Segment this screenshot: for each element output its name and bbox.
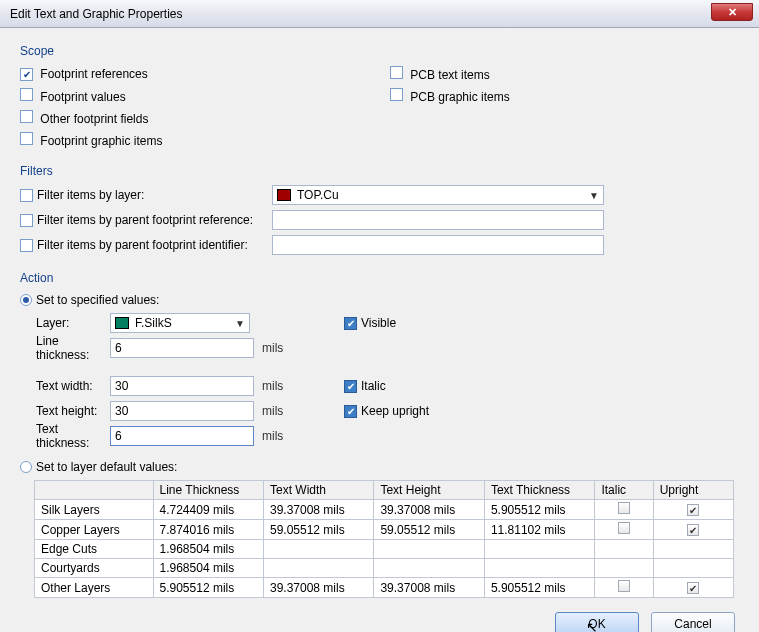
table-row: Silk Layers4.724409 mils39.37008 mils39.… (35, 500, 734, 520)
table-cell (653, 540, 733, 559)
th-italic: Italic (595, 481, 653, 500)
scope-heading: Scope (20, 44, 739, 58)
table-cell (653, 559, 733, 578)
text-width-unit: mils (254, 379, 344, 393)
layer-swatch-icon (115, 317, 129, 329)
table-row: Other Layers5.905512 mils39.37008 mils39… (35, 578, 734, 598)
filter-by-layer-label: Filter items by layer: (37, 188, 144, 202)
text-width-input[interactable] (110, 376, 254, 396)
table-cell: 11.81102 mils (484, 520, 594, 540)
footprint-references-checkbox[interactable] (20, 68, 33, 81)
upright-cell-checkbox[interactable] (687, 524, 699, 536)
cancel-label: Cancel (674, 617, 711, 631)
line-thickness-unit: mils (254, 341, 344, 355)
keep-upright-label: Keep upright (361, 404, 429, 418)
table-cell: 1.968504 mils (153, 540, 263, 559)
table-cell: Courtyards (35, 559, 154, 578)
pcb-text-items-label: PCB text items (410, 68, 489, 82)
chevron-down-icon: ▼ (589, 190, 599, 201)
italic-label: Italic (361, 379, 386, 393)
table-cell (653, 578, 733, 598)
line-thickness-input[interactable] (110, 338, 254, 358)
text-thickness-unit: mils (254, 429, 344, 443)
filter-parent-id-input[interactable] (272, 235, 604, 255)
filter-by-parent-ref-label: Filter items by parent footprint referen… (37, 213, 253, 227)
table-cell: Edge Cuts (35, 540, 154, 559)
table-cell: 39.37008 mils (263, 578, 373, 598)
table-cell (484, 540, 594, 559)
pcb-text-items-checkbox[interactable] (390, 66, 403, 79)
ok-label: OK (588, 617, 605, 631)
table-cell: 5.905512 mils (484, 500, 594, 520)
keep-upright-checkbox[interactable] (344, 405, 357, 418)
ok-button[interactable]: OK ↖ (555, 612, 639, 632)
table-cell (484, 559, 594, 578)
footprint-values-checkbox[interactable] (20, 88, 33, 101)
pcb-graphic-items-checkbox[interactable] (390, 88, 403, 101)
table-cell: 39.37008 mils (374, 578, 484, 598)
footprint-values-label: Footprint values (40, 90, 125, 104)
table-cell (595, 578, 653, 598)
table-cell: 39.37008 mils (263, 500, 373, 520)
filter-layer-value: TOP.Cu (297, 188, 339, 202)
filter-by-layer-checkbox[interactable] (20, 189, 33, 202)
table-cell (595, 540, 653, 559)
italic-cell-checkbox[interactable] (618, 522, 630, 534)
filter-by-parent-ref-checkbox[interactable] (20, 214, 33, 227)
action-heading: Action (20, 271, 739, 285)
table-cell (595, 559, 653, 578)
table-cell (653, 520, 733, 540)
upright-cell-checkbox[interactable] (687, 582, 699, 594)
table-cell: Copper Layers (35, 520, 154, 540)
table-cell (374, 559, 484, 578)
th-text-height: Text Height (374, 481, 484, 500)
th-upright: Upright (653, 481, 733, 500)
table-cell (653, 500, 733, 520)
line-thickness-label: Line thickness: (20, 334, 110, 362)
table-cell: 4.724409 mils (153, 500, 263, 520)
other-footprint-fields-label: Other footprint fields (40, 112, 148, 126)
upright-cell-checkbox[interactable] (687, 504, 699, 516)
text-width-label: Text width: (20, 379, 110, 393)
th-text-thickness: Text Thickness (484, 481, 594, 500)
th-row (35, 481, 154, 500)
table-cell (374, 540, 484, 559)
table-row: Edge Cuts1.968504 mils (35, 540, 734, 559)
layer-value: F.SilkS (135, 316, 172, 330)
set-specified-radio[interactable] (20, 294, 32, 306)
visible-label: Visible (361, 316, 396, 330)
table-cell: 7.874016 mils (153, 520, 263, 540)
footprint-references-label: Footprint references (40, 67, 147, 81)
pcb-graphic-items-label: PCB graphic items (410, 90, 509, 104)
table-cell: 59.05512 mils (263, 520, 373, 540)
text-thickness-input[interactable] (110, 426, 254, 446)
titlebar: Edit Text and Graphic Properties ✕ (0, 0, 759, 28)
italic-cell-checkbox[interactable] (618, 502, 630, 514)
text-height-input[interactable] (110, 401, 254, 421)
filter-by-parent-id-checkbox[interactable] (20, 239, 33, 252)
cancel-button[interactable]: Cancel (651, 612, 735, 632)
table-cell: 5.905512 mils (484, 578, 594, 598)
th-text-width: Text Width (263, 481, 373, 500)
filters-heading: Filters (20, 164, 739, 178)
table-cell: 59.05512 mils (374, 520, 484, 540)
italic-cell-checkbox[interactable] (618, 580, 630, 592)
text-height-unit: mils (254, 404, 344, 418)
filter-parent-ref-input[interactable] (272, 210, 604, 230)
footprint-graphic-items-checkbox[interactable] (20, 132, 33, 145)
set-defaults-radio[interactable] (20, 461, 32, 473)
other-footprint-fields-checkbox[interactable] (20, 110, 33, 123)
close-button[interactable]: ✕ (711, 3, 753, 21)
text-thickness-label: Text thickness: (20, 422, 110, 450)
table-cell: 5.905512 mils (153, 578, 263, 598)
th-line-thickness: Line Thickness (153, 481, 263, 500)
visible-checkbox[interactable] (344, 317, 357, 330)
text-height-label: Text height: (20, 404, 110, 418)
italic-checkbox[interactable] (344, 380, 357, 393)
table-cell: 39.37008 mils (374, 500, 484, 520)
window-title: Edit Text and Graphic Properties (10, 7, 183, 21)
table-cell (263, 559, 373, 578)
close-icon: ✕ (728, 6, 737, 19)
layer-select[interactable]: F.SilkS ▼ (110, 313, 250, 333)
filter-layer-select[interactable]: TOP.Cu ▼ (272, 185, 604, 205)
